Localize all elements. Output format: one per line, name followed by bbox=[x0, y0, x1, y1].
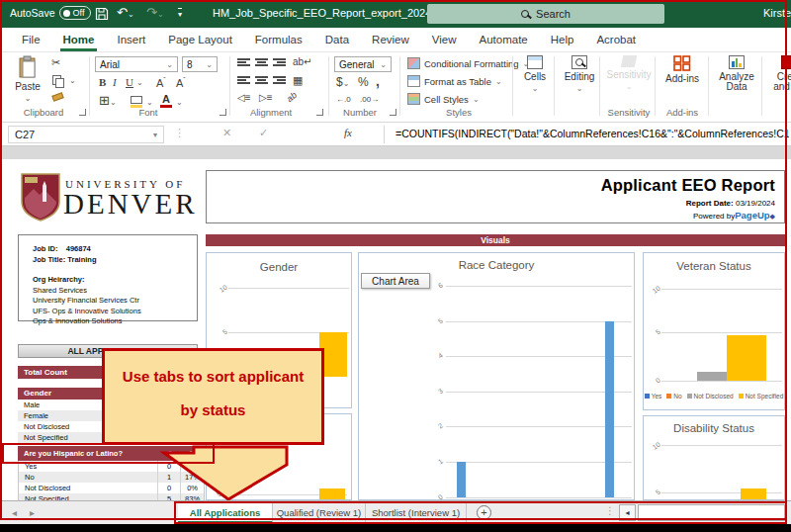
hscroll-left-button[interactable]: ◂ bbox=[619, 504, 636, 521]
accounting-format-button[interactable]: $⌄ bbox=[336, 75, 349, 89]
cancel-formula-icon[interactable]: ✕ bbox=[222, 127, 231, 139]
undo-caret-icon[interactable]: ⌄ bbox=[128, 10, 134, 19]
ribbon-tab-home[interactable]: Home bbox=[63, 34, 95, 45]
borders-button[interactable]: ⊞⌄ bbox=[99, 93, 117, 108]
ribbon-tab-view[interactable]: View bbox=[432, 34, 457, 45]
font-color-button[interactable]: A bbox=[160, 93, 172, 108]
increase-indent-button[interactable]: ▷≡ bbox=[259, 92, 273, 103]
veteran-status-chart[interactable]: Veteran Status Yes No Not Disclosed Not … bbox=[643, 252, 785, 410]
number-dialog-launcher-icon[interactable] bbox=[390, 109, 396, 116]
new-sheet-button[interactable]: + bbox=[477, 505, 491, 520]
cell-styles-button[interactable]: Cell Styles ⌄ bbox=[407, 93, 480, 105]
sheet-nav-left-icon[interactable]: ◂ bbox=[12, 507, 17, 518]
chart-bar bbox=[727, 335, 766, 382]
user-account[interactable]: Kirste bbox=[763, 7, 791, 19]
font-name-caret-icon: ⌄ bbox=[166, 60, 173, 69]
align-middle-button[interactable] bbox=[255, 58, 268, 68]
tab-qualified-review-1[interactable]: Qualified (Review 1) bbox=[273, 501, 366, 524]
decrease-indent-button[interactable]: ◁≡ bbox=[237, 92, 251, 103]
format-painter-icon[interactable] bbox=[51, 92, 63, 101]
ribbon-tab-formulas[interactable]: Formulas bbox=[255, 34, 303, 45]
align-left-button[interactable] bbox=[237, 76, 250, 86]
grow-font-button[interactable]: Aˆ bbox=[156, 76, 166, 89]
paste-button[interactable]: Paste ⌄ bbox=[10, 55, 45, 103]
race-category-chart[interactable]: Race Category 6543210 bbox=[358, 252, 635, 500]
cells-button[interactable]: Cells ⌄ bbox=[518, 55, 552, 93]
format-as-table-button[interactable]: Format as Table ⌄ bbox=[407, 75, 502, 87]
callout-shape[interactable]: Use tabs to sort applicant by status bbox=[102, 348, 324, 445]
ribbon-tab-help[interactable]: Help bbox=[551, 34, 574, 45]
ribbon-tab-insert[interactable]: Insert bbox=[117, 34, 145, 45]
tab-shortlist-interview-1[interactable]: Shortlist (Interview 1) bbox=[366, 501, 467, 524]
callout-line-2: by status bbox=[105, 401, 321, 418]
number-format-select[interactable]: General ⌄ bbox=[334, 56, 392, 72]
hscroll-track[interactable] bbox=[638, 504, 785, 521]
shrink-font-button[interactable]: Aˇ bbox=[176, 76, 186, 89]
tab-splitter-icon[interactable]: ⋮ bbox=[605, 505, 615, 516]
create-share-pdf-button[interactable]: Creat and Sh bbox=[767, 55, 791, 92]
du-shield-logo bbox=[20, 172, 61, 222]
paste-label: Paste bbox=[15, 81, 41, 92]
decrease-decimal-button[interactable]: .00→ bbox=[360, 95, 379, 104]
undo-button[interactable]: ↶⌄ bbox=[117, 5, 134, 20]
orientation-button[interactable]: ab bbox=[285, 90, 299, 104]
comma-style-button[interactable]: , bbox=[376, 73, 380, 89]
alignment-group-label: Alignment bbox=[235, 107, 307, 118]
increase-decimal-button[interactable]: ←.0 bbox=[336, 95, 351, 104]
font-size-select[interactable]: 8 ⌄ bbox=[182, 56, 218, 72]
save-icon[interactable] bbox=[95, 7, 109, 21]
font-name-select[interactable]: Arial ⌄ bbox=[95, 56, 178, 72]
align-center-button[interactable] bbox=[255, 76, 268, 86]
clipboard-dialog-launcher-icon[interactable] bbox=[79, 109, 86, 116]
add-ins-button[interactable]: Add-ins bbox=[660, 55, 704, 84]
callout-line-1: Use tabs to sort applicant bbox=[105, 368, 321, 385]
ribbon-tab-data[interactable]: Data bbox=[325, 34, 349, 45]
fill-color-caret-icon[interactable]: ⌄ bbox=[146, 98, 153, 107]
editing-button[interactable]: Editing ⌄ bbox=[560, 55, 599, 93]
font-color-caret-icon[interactable]: ⌄ bbox=[176, 98, 183, 107]
ribbon-tab-file[interactable]: File bbox=[22, 34, 41, 45]
disability-status-chart[interactable]: Disability Status 105 bbox=[643, 415, 785, 500]
sensitivity-group-label: Sensitivity bbox=[601, 107, 657, 118]
merge-center-icon[interactable]: ▦ bbox=[293, 74, 303, 87]
ribbon-tab-review[interactable]: Review bbox=[372, 34, 409, 45]
ribbon-tab-acrobat[interactable]: Acrobat bbox=[596, 34, 636, 45]
job-title-value: Training bbox=[67, 255, 96, 264]
job-title-label: Job Title: bbox=[33, 255, 65, 264]
cut-button[interactable]: ✂ bbox=[51, 56, 60, 69]
customize-qat-icon[interactable]: ▾ bbox=[178, 8, 182, 19]
copy-caret-icon[interactable]: ⌄ bbox=[69, 76, 76, 85]
chart-gridline bbox=[661, 445, 782, 446]
formula-bar-drag-handle[interactable]: ⋮ bbox=[174, 127, 185, 139]
italic-button[interactable]: I bbox=[113, 76, 117, 88]
chart-gridline bbox=[661, 332, 782, 333]
name-box[interactable]: C27 ▾ bbox=[8, 126, 164, 143]
wrap-text-icon[interactable]: ab↵ bbox=[293, 56, 312, 67]
tab-all-applications[interactable]: All Applications bbox=[178, 501, 273, 524]
bold-button[interactable]: B bbox=[99, 76, 106, 88]
align-bottom-button[interactable] bbox=[273, 58, 286, 68]
percent-style-button[interactable]: % bbox=[358, 75, 369, 89]
insert-function-icon[interactable]: fx bbox=[344, 127, 352, 138]
autosave-label: AutoSave bbox=[10, 7, 55, 19]
align-right-button[interactable] bbox=[273, 76, 286, 86]
autosave-toggle[interactable]: Off bbox=[59, 6, 92, 20]
analyze-data-button[interactable]: Analyze Data bbox=[714, 55, 759, 92]
conditional-formatting-button[interactable]: Conditional Formatting ⌄ bbox=[407, 57, 529, 69]
underline-caret-icon[interactable]: ⌄ bbox=[136, 78, 143, 87]
copy-icon-back[interactable] bbox=[55, 78, 64, 88]
sheet-nav-right-icon[interactable]: ▸ bbox=[30, 507, 35, 518]
ribbon-tab-page-layout[interactable]: Page Layout bbox=[168, 34, 232, 45]
formula-input[interactable]: =COUNTIFS(INDIRECT("Data!"&ColumnReferen… bbox=[396, 128, 789, 139]
alignment-dialog-launcher-icon[interactable] bbox=[316, 109, 323, 116]
paste-caret-icon[interactable]: ⌄ bbox=[25, 94, 32, 103]
redo-caret-icon[interactable]: ⌄ bbox=[157, 10, 164, 19]
align-top-button[interactable] bbox=[237, 58, 250, 68]
enter-formula-icon[interactable]: ✓ bbox=[259, 127, 268, 139]
font-dialog-launcher-icon[interactable] bbox=[220, 109, 226, 116]
redo-button[interactable]: ↷⌄ bbox=[146, 5, 164, 20]
ribbon-tab-automate[interactable]: Automate bbox=[480, 34, 528, 45]
search-input[interactable]: Search bbox=[427, 4, 664, 24]
underline-button[interactable]: U bbox=[126, 76, 133, 88]
excel-window: AutoSave Off ↶⌄ ↷⌄ ▾ HM_Job_Specific_EEO… bbox=[0, 0, 791, 532]
